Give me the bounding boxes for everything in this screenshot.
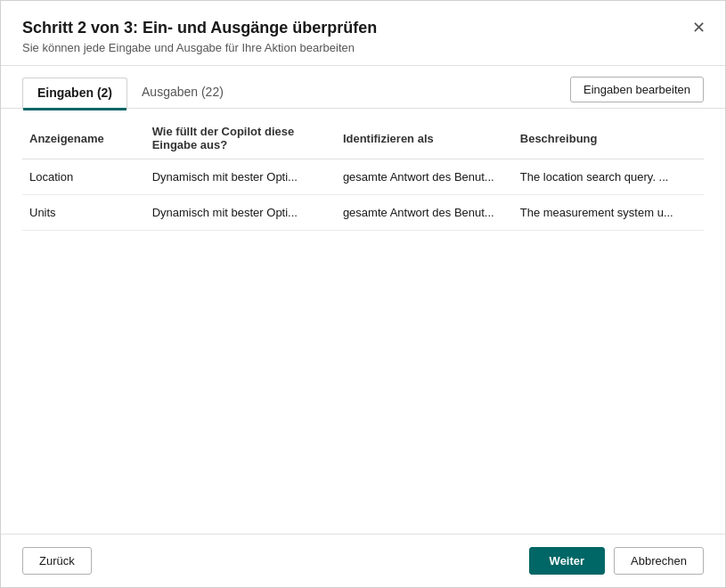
col-header-name: Anzeigename xyxy=(22,116,145,159)
cancel-button[interactable]: Abbrechen xyxy=(614,547,704,575)
tab-ausgaben[interactable]: Ausgaben (22) xyxy=(127,78,238,108)
cell-how: Dynamisch mit bester Opti... xyxy=(145,195,336,231)
col-header-description: Beschreibung xyxy=(513,116,704,159)
main-dialog: Schritt 2 von 3: Ein- und Ausgänge überp… xyxy=(0,0,726,588)
dialog-subtitle: Sie können jede Eingabe und Ausgabe für … xyxy=(22,41,704,54)
cell-description: The measurement system u... xyxy=(513,195,704,231)
cell-description: The location search query. ... xyxy=(513,159,704,195)
inputs-table: Anzeigename Wie füllt der Copilot diese … xyxy=(22,116,704,231)
next-button[interactable]: Weiter xyxy=(529,547,606,575)
cell-name: Units xyxy=(22,195,145,231)
tab-eingaben[interactable]: Eingaben (2) xyxy=(22,78,127,109)
cell-name: Location xyxy=(22,159,145,195)
col-header-identify: Identifizieren als xyxy=(336,116,513,159)
dialog-footer: Zurück Weiter Abbrechen xyxy=(1,534,725,587)
cell-identify: gesamte Antwort des Benut... xyxy=(336,159,513,195)
dialog-title: Schritt 2 von 3: Ein- und Ausgänge überp… xyxy=(22,19,704,37)
footer-right: Weiter Abbrechen xyxy=(529,547,704,575)
table-row: Location Dynamisch mit bester Opti... ge… xyxy=(22,159,704,195)
tabs-left: Eingaben (2) Ausgaben (22) xyxy=(22,78,238,108)
table-row: Units Dynamisch mit bester Opti... gesam… xyxy=(22,195,704,231)
tabs-row: Eingaben (2) Ausgaben (22) Eingaben bear… xyxy=(1,66,725,109)
back-button[interactable]: Zurück xyxy=(22,547,92,575)
table-section: Anzeigename Wie füllt der Copilot diese … xyxy=(1,109,725,534)
dialog-header: Schritt 2 von 3: Ein- und Ausgänge überp… xyxy=(1,1,725,66)
close-button[interactable]: ✕ xyxy=(686,15,711,40)
cell-how: Dynamisch mit bester Opti... xyxy=(145,159,336,195)
dialog-body: Eingaben (2) Ausgaben (22) Eingaben bear… xyxy=(1,66,725,534)
footer-left: Zurück xyxy=(22,547,92,575)
col-header-how: Wie füllt der Copilot diese Eingabe aus? xyxy=(145,116,336,159)
edit-inputs-button[interactable]: Eingaben bearbeiten xyxy=(570,77,704,102)
cell-identify: gesamte Antwort des Benut... xyxy=(336,195,513,231)
